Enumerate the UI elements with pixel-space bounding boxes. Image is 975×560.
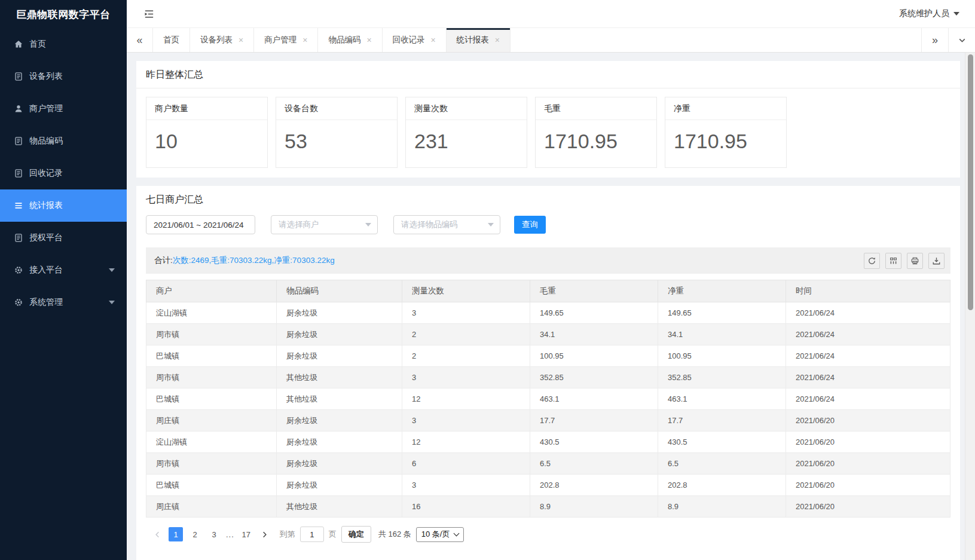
- table-cell: 8.9: [530, 496, 658, 518]
- export-icon: [932, 256, 941, 265]
- search-button[interactable]: 查询: [514, 216, 546, 234]
- table-cell: 厨余垃圾: [277, 302, 402, 324]
- tabs-scroll-right-button[interactable]: »: [921, 28, 948, 52]
- table-cell: 100.95: [530, 345, 658, 367]
- card-label: 净重: [665, 97, 786, 120]
- goto-page-unit: 页: [329, 529, 337, 540]
- previous-page-button[interactable]: [151, 527, 164, 541]
- close-icon[interactable]: ×: [366, 36, 371, 44]
- tab-label: 设备列表: [200, 35, 233, 45]
- tab-bar: « 首页设备列表×商户管理×物品编码×回收记录×统计报表× »: [127, 28, 975, 53]
- card-label: 测量次数: [406, 97, 527, 120]
- scrollbar-thumb[interactable]: [968, 54, 973, 310]
- vertical-scrollbar: [965, 53, 975, 560]
- date-range-input[interactable]: [146, 215, 255, 234]
- table-cell: 巴城镇: [146, 388, 277, 410]
- table-cell: 34.1: [530, 324, 658, 345]
- refresh-button[interactable]: [864, 253, 880, 269]
- close-icon[interactable]: ×: [431, 36, 436, 44]
- merchant-select[interactable]: 请选择商户: [271, 215, 378, 234]
- page-button-1[interactable]: 1: [169, 527, 183, 541]
- table-cell: 17.7: [530, 410, 658, 432]
- tab-2[interactable]: 商户管理×: [254, 28, 318, 52]
- table-cell: 周庄镇: [146, 496, 277, 518]
- pagination: 123...17 到第 页 确定 共 162 条 10 条/页: [151, 526, 950, 543]
- tab-1[interactable]: 设备列表×: [190, 28, 254, 52]
- sidebar-item-5[interactable]: 统计报表: [0, 189, 127, 222]
- app-window: 巨鼎物联网数字平台 首页设备列表商户管理物品编码回收记录统计报表授权平台接入平台…: [0, 0, 975, 560]
- close-icon[interactable]: ×: [302, 36, 307, 44]
- export-button[interactable]: [928, 253, 945, 269]
- tab-5[interactable]: 统计报表×: [447, 28, 511, 52]
- table-cell: 12: [402, 432, 530, 453]
- table-cell: 周庄镇: [146, 410, 277, 432]
- tab-label: 回收记录: [393, 35, 425, 45]
- page-button-2[interactable]: 2: [188, 527, 202, 541]
- sidebar-item-3[interactable]: 物品编码: [0, 125, 127, 157]
- tab-3[interactable]: 物品编码×: [318, 28, 382, 52]
- sidebar-item-2[interactable]: 商户管理: [0, 93, 127, 125]
- page-button-3[interactable]: 3: [207, 527, 221, 541]
- table-cell: 34.1: [658, 324, 786, 345]
- table-cell: 2021/06/20: [786, 496, 950, 518]
- table-cell: 352.85: [658, 367, 786, 388]
- tab-0[interactable]: 首页: [153, 28, 190, 52]
- table-cell: 3: [402, 302, 530, 324]
- sidebar-collapse-button[interactable]: [143, 8, 155, 20]
- table-cell: 6.5: [658, 453, 786, 475]
- sidebar-item-8[interactable]: 系统管理: [0, 286, 127, 319]
- table-cell: 巴城镇: [146, 475, 277, 496]
- confirm-button[interactable]: 确定: [341, 526, 371, 543]
- tab-label: 商户管理: [264, 35, 297, 45]
- table-row: 周市镇厨余垃圾234.134.12021/06/24: [146, 324, 950, 345]
- sidebar-item-label: 系统管理: [29, 297, 63, 308]
- sidebar-item-1[interactable]: 设备列表: [0, 60, 127, 93]
- chevron-down-icon: [488, 223, 494, 227]
- next-page-button[interactable]: [258, 527, 271, 541]
- table-row: 巴城镇厨余垃圾3202.8202.82021/06/20: [146, 475, 950, 496]
- table-row: 巴城镇其他垃圾12463.1463.12021/06/24: [146, 388, 950, 410]
- table-cell: 其他垃圾: [277, 388, 402, 410]
- table-cell: 2021/06/24: [786, 324, 950, 345]
- user-menu[interactable]: 系统维护人员: [899, 8, 959, 19]
- tabs-scroll-left-button[interactable]: «: [127, 28, 153, 52]
- card-value: 10: [146, 120, 267, 167]
- item-code-select[interactable]: 请选择物品编码: [393, 215, 500, 234]
- ellipsis: ...: [226, 530, 234, 539]
- printer-button[interactable]: [907, 253, 923, 269]
- summary-cards: 商户数量10设备台数53测量次数231毛重1710.95净重1710.95: [136, 88, 960, 178]
- tabs-menu-button[interactable]: [948, 28, 975, 52]
- tab-4[interactable]: 回收记录×: [383, 28, 447, 52]
- chevron-down-icon: [109, 301, 115, 304]
- summary-card-2: 测量次数231: [405, 97, 527, 168]
- user-name: 系统维护人员: [899, 8, 949, 19]
- close-icon[interactable]: ×: [495, 36, 500, 44]
- table-row: 巴城镇厨余垃圾2100.95100.952021/06/24: [146, 345, 950, 367]
- sidebar-item-7[interactable]: 接入平台: [0, 254, 127, 286]
- table-row: 周庄镇厨余垃圾317.717.72021/06/20: [146, 410, 950, 432]
- totals-text: 合计:次数:2469,毛重:70303.22kg,净重:70303.22kg: [154, 255, 335, 266]
- page-buttons: 123...17: [169, 527, 253, 541]
- page-size-select[interactable]: 10 条/页: [416, 527, 464, 542]
- table-header-row: 商户物品编码测量次数毛重净重时间: [146, 280, 950, 302]
- table-cell: 463.1: [658, 388, 786, 410]
- table-cell: 3: [402, 367, 530, 388]
- goto-page-input[interactable]: [300, 527, 324, 542]
- table-cell: 厨余垃圾: [277, 410, 402, 432]
- merchant-report-panel: 七日商户汇总 请选择商户 请选择物品编码 查询 合计:次数:246: [136, 186, 960, 560]
- sidebar-item-0[interactable]: 首页: [0, 28, 127, 60]
- column-header: 毛重: [530, 280, 658, 302]
- tab-label: 首页: [163, 35, 179, 45]
- column-header: 物品编码: [277, 280, 402, 302]
- table-row: 周庄镇其他垃圾168.98.92021/06/20: [146, 496, 950, 518]
- summary-card-4: 净重1710.95: [665, 97, 787, 168]
- sidebar-item-6[interactable]: 授权平台: [0, 222, 127, 254]
- close-icon[interactable]: ×: [239, 36, 243, 44]
- card-value: 1710.95: [536, 120, 656, 167]
- table-cell: 厨余垃圾: [277, 475, 402, 496]
- columns-button[interactable]: [885, 253, 901, 269]
- sidebar-item-4[interactable]: 回收记录: [0, 157, 127, 189]
- page-button-17[interactable]: 17: [239, 527, 253, 541]
- summary-card-0: 商户数量10: [146, 97, 268, 168]
- card-value: 231: [406, 120, 527, 167]
